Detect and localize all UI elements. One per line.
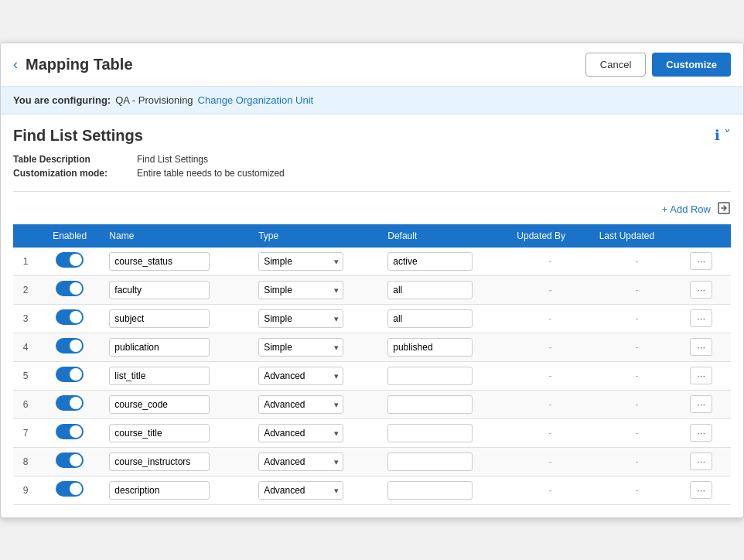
enabled-cell [38, 390, 101, 418]
more-button[interactable]: ··· [690, 481, 712, 499]
more-button[interactable]: ··· [690, 252, 712, 270]
row-number: 2 [13, 275, 38, 304]
last-updated-cell: - [592, 361, 682, 390]
actions-cell: ··· [682, 361, 731, 390]
export-button[interactable] [717, 201, 731, 218]
name-input[interactable] [109, 338, 210, 357]
name-input[interactable] [109, 252, 210, 271]
more-button[interactable]: ··· [690, 395, 712, 413]
type-select[interactable]: SimpleAdvanced [258, 424, 343, 442]
more-button[interactable]: ··· [690, 338, 712, 356]
name-input[interactable] [109, 481, 210, 500]
type-select[interactable]: SimpleAdvanced [258, 309, 343, 328]
type-select[interactable]: SimpleAdvanced [258, 367, 343, 385]
more-button[interactable]: ··· [690, 424, 712, 442]
row-number: 1 [13, 248, 38, 276]
type-cell: SimpleAdvanced [251, 476, 380, 504]
col-last-updated: Last Updated [592, 224, 682, 248]
default-input[interactable] [387, 252, 473, 271]
actions-cell: ··· [682, 275, 731, 304]
main-window: ‹ Mapping Table Cancel Customize You are… [0, 43, 744, 518]
type-cell: SimpleAdvanced [251, 275, 380, 304]
page-title: Mapping Table [26, 56, 133, 73]
enabled-toggle[interactable] [56, 481, 84, 497]
default-input[interactable] [387, 338, 473, 357]
enabled-toggle[interactable] [56, 452, 84, 468]
row-number: 6 [13, 390, 38, 418]
title-bar: ‹ Mapping Table Cancel Customize [1, 43, 743, 87]
cancel-button[interactable]: Cancel [585, 53, 646, 77]
type-select[interactable]: SimpleAdvanced [258, 481, 343, 500]
meta-table: Table Description Find List Settings Cus… [13, 154, 731, 179]
type-select[interactable]: SimpleAdvanced [258, 452, 343, 471]
default-input[interactable] [387, 481, 473, 500]
enabled-toggle[interactable] [56, 338, 84, 353]
type-select[interactable]: SimpleAdvanced [258, 338, 343, 357]
default-cell [380, 390, 509, 418]
actions-cell: ··· [682, 390, 731, 418]
customize-button[interactable]: Customize [652, 53, 731, 77]
default-input[interactable] [387, 281, 473, 299]
enabled-toggle[interactable] [56, 281, 84, 296]
type-cell: SimpleAdvanced [251, 361, 380, 390]
default-cell [380, 476, 509, 504]
change-org-link[interactable]: Change Organization Unit [198, 94, 314, 106]
type-select[interactable]: SimpleAdvanced [258, 252, 343, 271]
export-icon [717, 201, 731, 215]
col-name: Name [101, 224, 251, 248]
enabled-toggle[interactable] [56, 424, 84, 439]
info-icon[interactable]: ℹ︎ ˅ [715, 127, 731, 144]
updated-by-cell: - [509, 476, 591, 504]
table-row: 4SimpleAdvanced--··· [13, 333, 731, 361]
meta-key-1: Table Description [13, 154, 137, 165]
table-row: 3SimpleAdvanced--··· [13, 304, 731, 333]
name-input[interactable] [109, 395, 210, 414]
enabled-toggle[interactable] [56, 395, 84, 411]
enabled-toggle[interactable] [56, 309, 84, 325]
add-row-button[interactable]: + Add Row [662, 203, 711, 215]
title-buttons: Cancel Customize [585, 53, 731, 77]
name-input[interactable] [109, 367, 210, 385]
name-cell [101, 275, 251, 304]
type-cell: SimpleAdvanced [251, 390, 380, 418]
table-row: 9SimpleAdvanced--··· [13, 476, 731, 504]
default-input[interactable] [387, 367, 473, 385]
name-input[interactable] [109, 452, 210, 471]
type-select[interactable]: SimpleAdvanced [258, 395, 343, 414]
default-input[interactable] [387, 395, 473, 414]
default-cell [380, 418, 509, 447]
data-table: Enabled Name Type Default Updated By Las… [13, 224, 731, 505]
name-input[interactable] [109, 424, 210, 442]
name-cell [101, 447, 251, 476]
more-button[interactable]: ··· [690, 452, 712, 470]
meta-val-1: Find List Settings [137, 154, 208, 165]
more-button[interactable]: ··· [690, 309, 712, 327]
last-updated-cell: - [592, 476, 682, 504]
updated-by-cell: - [509, 390, 591, 418]
col-updated-by: Updated By [509, 224, 591, 248]
back-arrow-icon[interactable]: ‹ [13, 56, 18, 73]
updated-by-cell: - [509, 333, 591, 361]
divider [13, 191, 731, 192]
actions-cell: ··· [682, 447, 731, 476]
table-row: 5SimpleAdvanced--··· [13, 361, 731, 390]
enabled-cell [38, 476, 101, 504]
enabled-toggle[interactable] [56, 252, 84, 268]
meta-row-1: Table Description Find List Settings [13, 154, 731, 165]
last-updated-cell: - [592, 390, 682, 418]
name-input[interactable] [109, 281, 210, 299]
more-button[interactable]: ··· [690, 367, 712, 384]
type-cell: SimpleAdvanced [251, 304, 380, 333]
type-select[interactable]: SimpleAdvanced [258, 281, 343, 299]
actions-cell: ··· [682, 248, 731, 276]
table-row: 1SimpleAdvanced--··· [13, 248, 731, 276]
enabled-toggle[interactable] [56, 367, 84, 382]
default-input[interactable] [387, 424, 473, 442]
table-row: 6SimpleAdvanced--··· [13, 390, 731, 418]
more-button[interactable]: ··· [690, 281, 712, 299]
actions-cell: ··· [682, 304, 731, 333]
default-input[interactable] [387, 309, 473, 328]
default-input[interactable] [387, 452, 473, 471]
name-input[interactable] [109, 309, 210, 328]
row-number: 9 [13, 476, 38, 504]
